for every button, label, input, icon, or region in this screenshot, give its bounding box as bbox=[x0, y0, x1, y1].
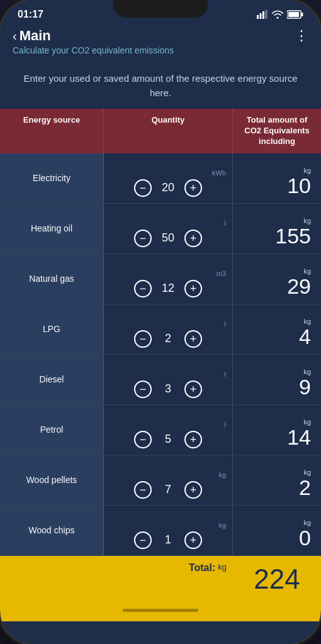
more-button[interactable]: ⋮ bbox=[295, 28, 308, 44]
cell-source-5: Petrol bbox=[0, 405, 104, 455]
minus-button-7[interactable]: − bbox=[134, 531, 152, 549]
back-button[interactable]: ‹ Main bbox=[13, 28, 51, 44]
cell-co2-2: kg 29 bbox=[233, 254, 321, 304]
cell-co2-0: kg 10 bbox=[233, 153, 321, 203]
table-row: Natural gas m3 − 12 + kg 29 bbox=[0, 254, 321, 304]
cell-source-3: LPG bbox=[0, 304, 104, 354]
cell-quantity-5: l − 5 + bbox=[104, 405, 233, 455]
qty-value-5: 5 bbox=[159, 433, 177, 446]
cell-quantity-4: l − 3 + bbox=[104, 355, 233, 404]
table-row: Petrol l − 5 + kg 14 bbox=[0, 405, 321, 455]
minus-button-1[interactable]: − bbox=[134, 230, 152, 247]
back-chevron-icon: ‹ bbox=[13, 29, 17, 43]
qty-value-6: 7 bbox=[159, 483, 177, 496]
plus-button-6[interactable]: + bbox=[184, 481, 202, 499]
notch bbox=[113, 0, 208, 18]
plus-button-0[interactable]: + bbox=[184, 179, 202, 197]
header: ‹ Main ⋮ Calculate your CO2 equivalent e… bbox=[0, 24, 321, 63]
quantity-controls-5: − 5 + bbox=[134, 431, 202, 448]
cell-co2-3: kg 4 bbox=[233, 304, 321, 354]
unit-label-2: m3 bbox=[217, 270, 227, 277]
header-subtitle: Calculate your CO2 equivalent emissions bbox=[13, 45, 308, 55]
total-value-cell: 224 bbox=[233, 556, 321, 600]
cell-co2-1: kg 155 bbox=[233, 204, 321, 253]
col-header-source: Energy source bbox=[0, 109, 104, 153]
minus-button-5[interactable]: − bbox=[134, 431, 152, 448]
signal-icon bbox=[257, 10, 268, 19]
co2-value-7: 0 bbox=[299, 526, 311, 550]
description-text: Enter your used or saved amount of the r… bbox=[0, 63, 321, 109]
quantity-controls-0: − 20 + bbox=[134, 179, 202, 197]
svg-rect-6 bbox=[288, 12, 299, 17]
cell-co2-7: kg 0 bbox=[233, 506, 321, 555]
cell-source-6: Wood pellets bbox=[0, 455, 104, 505]
cell-co2-6: kg 2 bbox=[233, 455, 321, 505]
plus-button-3[interactable]: + bbox=[184, 330, 202, 348]
cell-source-7: Wood chips bbox=[0, 506, 104, 555]
cell-source-4: Diesel bbox=[0, 355, 104, 404]
co2-value-4: 9 bbox=[299, 375, 311, 399]
table-container: Energy source Quantity Total amount of C… bbox=[0, 109, 321, 644]
wifi-icon bbox=[272, 10, 283, 19]
total-label: Total: bbox=[189, 562, 215, 574]
qty-value-2: 12 bbox=[159, 282, 177, 295]
cell-source-1: Heating oil bbox=[0, 204, 104, 253]
svg-rect-1 bbox=[260, 13, 262, 19]
col-header-quantity: Quantity bbox=[104, 109, 233, 153]
cell-co2-4: kg 9 bbox=[233, 355, 321, 404]
unit-label-7: kg bbox=[218, 521, 227, 529]
total-unit: kg bbox=[218, 562, 227, 572]
plus-button-7[interactable]: + bbox=[184, 531, 202, 549]
quantity-controls-2: − 12 + bbox=[134, 280, 202, 297]
quantity-controls-3: − 2 + bbox=[134, 330, 202, 348]
cell-co2-5: kg 14 bbox=[233, 405, 321, 455]
svg-rect-5 bbox=[301, 13, 303, 16]
minus-button-2[interactable]: − bbox=[134, 280, 152, 297]
plus-button-1[interactable]: + bbox=[184, 230, 202, 247]
qty-value-0: 20 bbox=[159, 181, 177, 194]
co2-value-5: 14 bbox=[287, 426, 311, 449]
header-title: Main bbox=[20, 28, 51, 44]
minus-button-4[interactable]: − bbox=[134, 380, 152, 398]
minus-button-6[interactable]: − bbox=[134, 481, 152, 499]
unit-label-3: l bbox=[225, 320, 227, 328]
co2-value-6: 2 bbox=[299, 476, 311, 499]
quantity-controls-4: − 3 + bbox=[134, 380, 202, 398]
unit-label-5: l bbox=[225, 421, 227, 428]
battery-icon bbox=[287, 10, 303, 19]
table-row: Electricity kWh − 20 + kg 10 bbox=[0, 153, 321, 204]
minus-button-3[interactable]: − bbox=[134, 330, 152, 348]
co2-value-3: 4 bbox=[299, 325, 311, 348]
status-time: 01:17 bbox=[18, 9, 43, 20]
quantity-controls-7: − 1 + bbox=[134, 531, 202, 549]
table-row: LPG l − 2 + kg 4 bbox=[0, 304, 321, 355]
svg-rect-2 bbox=[262, 11, 264, 19]
qty-value-1: 50 bbox=[159, 231, 177, 245]
home-indicator bbox=[0, 600, 321, 621]
plus-button-4[interactable]: + bbox=[184, 380, 202, 398]
co2-value-1: 155 bbox=[275, 225, 311, 248]
table-row: Wood pellets kg − 7 + kg 2 bbox=[0, 455, 321, 506]
cell-source-2: Natural gas bbox=[0, 254, 104, 304]
total-row: Total: kg 224 bbox=[0, 556, 321, 600]
qty-value-7: 1 bbox=[159, 533, 177, 547]
cell-quantity-6: kg − 7 + bbox=[104, 455, 233, 505]
plus-button-5[interactable]: + bbox=[184, 431, 202, 448]
co2-value-2: 29 bbox=[287, 275, 311, 298]
minus-button-0[interactable]: − bbox=[134, 179, 152, 197]
total-label-cell: Total: kg bbox=[0, 556, 233, 600]
unit-label-4: l bbox=[225, 370, 227, 378]
cell-quantity-3: l − 2 + bbox=[104, 304, 233, 354]
home-bar bbox=[123, 609, 198, 612]
status-icons bbox=[257, 10, 303, 19]
svg-rect-0 bbox=[257, 15, 259, 19]
unit-label-1: l bbox=[225, 219, 227, 227]
table-header: Energy source Quantity Total amount of C… bbox=[0, 109, 321, 153]
cell-quantity-2: m3 − 12 + bbox=[104, 254, 233, 304]
plus-button-2[interactable]: + bbox=[184, 280, 202, 297]
cell-quantity-0: kWh − 20 + bbox=[104, 153, 233, 203]
qty-value-3: 2 bbox=[159, 332, 177, 345]
unit-label-0: kWh bbox=[212, 169, 227, 177]
quantity-controls-1: − 50 + bbox=[134, 230, 202, 247]
unit-label-6: kg bbox=[218, 471, 227, 479]
